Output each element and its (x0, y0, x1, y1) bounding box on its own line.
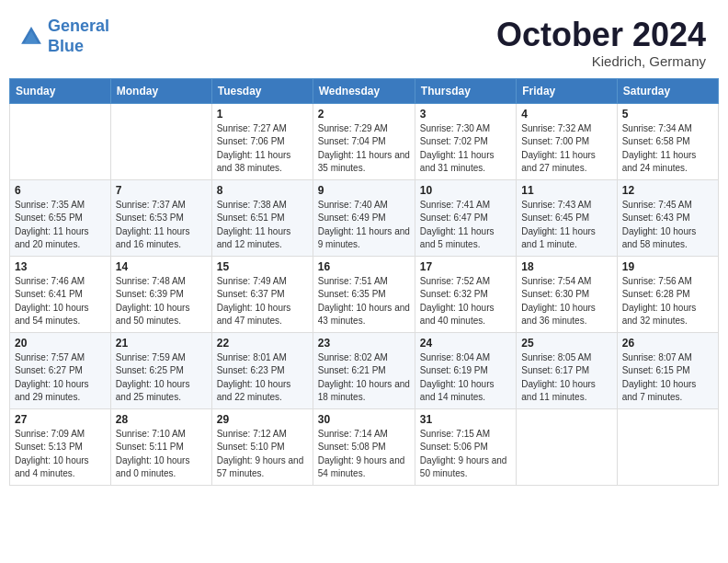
day-number: 17 (420, 260, 511, 273)
calendar-cell: 25Sunrise: 8:05 AMSunset: 6:17 PMDayligh… (517, 332, 617, 408)
day-info: Sunrise: 7:09 AMSunset: 5:13 PMDaylight:… (15, 428, 106, 481)
day-number: 10 (420, 184, 511, 197)
day-number: 20 (15, 337, 106, 350)
day-info: Sunrise: 7:59 AMSunset: 6:25 PMDaylight:… (116, 351, 207, 405)
title-block: October 2024 Kiedrich, Germany (496, 17, 706, 69)
day-info: Sunrise: 7:57 AMSunset: 6:27 PMDaylight:… (15, 351, 106, 405)
day-number: 9 (318, 184, 410, 197)
weekday-header-thursday: Thursday (415, 78, 516, 103)
day-number: 28 (116, 413, 207, 426)
day-info: Sunrise: 7:51 AMSunset: 6:35 PMDaylight:… (318, 275, 410, 328)
calendar-cell: 21Sunrise: 7:59 AMSunset: 6:25 PMDayligh… (110, 332, 211, 408)
day-number: 23 (318, 337, 410, 350)
day-info: Sunrise: 7:56 AMSunset: 6:28 PMDaylight:… (622, 275, 713, 328)
day-info: Sunrise: 7:52 AMSunset: 6:32 PMDaylight:… (420, 275, 511, 328)
day-info: Sunrise: 8:01 AMSunset: 6:23 PMDaylight:… (217, 351, 308, 405)
calendar-cell: 1Sunrise: 7:27 AMSunset: 7:06 PMDaylight… (211, 103, 313, 179)
day-info: Sunrise: 7:27 AMSunset: 7:06 PMDaylight:… (217, 122, 308, 176)
calendar-cell: 10Sunrise: 7:41 AMSunset: 6:47 PMDayligh… (415, 179, 516, 256)
logo-text: GeneralBlue (48, 17, 109, 56)
day-info: Sunrise: 7:34 AMSunset: 6:58 PMDaylight:… (622, 122, 713, 176)
day-number: 31 (420, 413, 511, 426)
calendar-cell: 15Sunrise: 7:49 AMSunset: 6:37 PMDayligh… (211, 256, 313, 332)
day-number: 2 (318, 108, 410, 121)
calendar-cell: 23Sunrise: 8:02 AMSunset: 6:21 PMDayligh… (313, 332, 415, 408)
day-info: Sunrise: 7:30 AMSunset: 7:02 PMDaylight:… (420, 122, 511, 176)
weekday-header-sunday: Sunday (10, 78, 111, 103)
calendar-cell: 29Sunrise: 7:12 AMSunset: 5:10 PMDayligh… (211, 408, 313, 485)
calendar-cell: 18Sunrise: 7:54 AMSunset: 6:30 PMDayligh… (517, 256, 617, 332)
calendar-cell: 13Sunrise: 7:46 AMSunset: 6:41 PMDayligh… (10, 256, 111, 332)
calendar-cell: 7Sunrise: 7:37 AMSunset: 6:53 PMDaylight… (110, 179, 211, 256)
calendar-table: SundayMondayTuesdayWednesdayThursdayFrid… (9, 78, 719, 486)
day-info: Sunrise: 7:12 AMSunset: 5:10 PMDaylight:… (217, 428, 308, 481)
day-number: 29 (217, 413, 308, 426)
calendar-wrapper: SundayMondayTuesdayWednesdayThursdayFrid… (0, 78, 728, 495)
day-info: Sunrise: 7:38 AMSunset: 6:51 PMDaylight:… (217, 199, 308, 252)
day-number: 12 (622, 184, 713, 197)
weekday-header-row: SundayMondayTuesdayWednesdayThursdayFrid… (10, 78, 719, 103)
day-info: Sunrise: 7:49 AMSunset: 6:37 PMDaylight:… (217, 275, 308, 328)
weekday-header-wednesday: Wednesday (313, 78, 415, 103)
day-number: 21 (116, 337, 207, 350)
day-info: Sunrise: 7:54 AMSunset: 6:30 PMDaylight:… (521, 275, 611, 328)
day-number: 7 (116, 184, 207, 197)
week-row-1: 1Sunrise: 7:27 AMSunset: 7:06 PMDaylight… (10, 103, 719, 179)
weekday-header-monday: Monday (110, 78, 211, 103)
calendar-cell: 30Sunrise: 7:14 AMSunset: 5:08 PMDayligh… (313, 408, 415, 485)
week-row-3: 13Sunrise: 7:46 AMSunset: 6:41 PMDayligh… (10, 256, 719, 332)
day-number: 4 (521, 108, 611, 121)
day-info: Sunrise: 7:32 AMSunset: 7:00 PMDaylight:… (521, 122, 611, 176)
calendar-cell: 28Sunrise: 7:10 AMSunset: 5:11 PMDayligh… (110, 408, 211, 485)
day-number: 5 (622, 108, 713, 121)
calendar-cell (110, 103, 211, 179)
day-number: 27 (15, 413, 106, 426)
weekday-header-friday: Friday (517, 78, 617, 103)
day-number: 1 (217, 108, 308, 121)
day-number: 18 (521, 260, 611, 273)
calendar-cell: 3Sunrise: 7:30 AMSunset: 7:02 PMDaylight… (415, 103, 516, 179)
calendar-cell: 5Sunrise: 7:34 AMSunset: 6:58 PMDaylight… (617, 103, 718, 179)
calendar-cell: 26Sunrise: 8:07 AMSunset: 6:15 PMDayligh… (617, 332, 718, 408)
calendar-cell: 11Sunrise: 7:43 AMSunset: 6:45 PMDayligh… (517, 179, 617, 256)
day-info: Sunrise: 7:40 AMSunset: 6:49 PMDaylight:… (318, 199, 410, 252)
logo: GeneralBlue (18, 17, 109, 56)
day-info: Sunrise: 7:15 AMSunset: 5:06 PMDaylight:… (420, 428, 511, 481)
day-info: Sunrise: 7:35 AMSunset: 6:55 PMDaylight:… (15, 199, 106, 252)
day-number: 26 (622, 337, 713, 350)
day-number: 30 (318, 413, 410, 426)
calendar-cell: 27Sunrise: 7:09 AMSunset: 5:13 PMDayligh… (10, 408, 111, 485)
calendar-cell: 22Sunrise: 8:01 AMSunset: 6:23 PMDayligh… (211, 332, 313, 408)
day-number: 15 (217, 260, 308, 273)
day-info: Sunrise: 8:07 AMSunset: 6:15 PMDaylight:… (622, 351, 713, 405)
day-number: 24 (420, 337, 511, 350)
calendar-cell: 19Sunrise: 7:56 AMSunset: 6:28 PMDayligh… (617, 256, 718, 332)
weekday-header-saturday: Saturday (617, 78, 718, 103)
day-info: Sunrise: 7:41 AMSunset: 6:47 PMDaylight:… (420, 199, 511, 252)
week-row-4: 20Sunrise: 7:57 AMSunset: 6:27 PMDayligh… (10, 332, 719, 408)
day-number: 16 (318, 260, 410, 273)
calendar-cell: 4Sunrise: 7:32 AMSunset: 7:00 PMDaylight… (517, 103, 617, 179)
calendar-cell: 8Sunrise: 7:38 AMSunset: 6:51 PMDaylight… (211, 179, 313, 256)
calendar-cell: 31Sunrise: 7:15 AMSunset: 5:06 PMDayligh… (415, 408, 516, 485)
calendar-cell: 17Sunrise: 7:52 AMSunset: 6:32 PMDayligh… (415, 256, 516, 332)
day-number: 13 (15, 260, 106, 273)
calendar-cell: 6Sunrise: 7:35 AMSunset: 6:55 PMDaylight… (10, 179, 111, 256)
day-info: Sunrise: 7:45 AMSunset: 6:43 PMDaylight:… (622, 199, 713, 252)
week-row-2: 6Sunrise: 7:35 AMSunset: 6:55 PMDaylight… (10, 179, 719, 256)
calendar-cell (517, 408, 617, 485)
day-info: Sunrise: 7:29 AMSunset: 7:04 PMDaylight:… (318, 122, 410, 176)
calendar-cell: 24Sunrise: 8:04 AMSunset: 6:19 PMDayligh… (415, 332, 516, 408)
day-info: Sunrise: 7:46 AMSunset: 6:41 PMDaylight:… (15, 275, 106, 328)
calendar-cell (10, 103, 111, 179)
calendar-cell: 14Sunrise: 7:48 AMSunset: 6:39 PMDayligh… (110, 256, 211, 332)
day-info: Sunrise: 7:43 AMSunset: 6:45 PMDaylight:… (521, 199, 611, 252)
day-number: 22 (217, 337, 308, 350)
day-number: 6 (15, 184, 106, 197)
calendar-cell: 9Sunrise: 7:40 AMSunset: 6:49 PMDaylight… (313, 179, 415, 256)
day-info: Sunrise: 8:04 AMSunset: 6:19 PMDaylight:… (420, 351, 511, 405)
day-number: 8 (217, 184, 308, 197)
calendar-cell: 12Sunrise: 7:45 AMSunset: 6:43 PMDayligh… (617, 179, 718, 256)
calendar-cell: 16Sunrise: 7:51 AMSunset: 6:35 PMDayligh… (313, 256, 415, 332)
day-info: Sunrise: 7:10 AMSunset: 5:11 PMDaylight:… (116, 428, 207, 481)
